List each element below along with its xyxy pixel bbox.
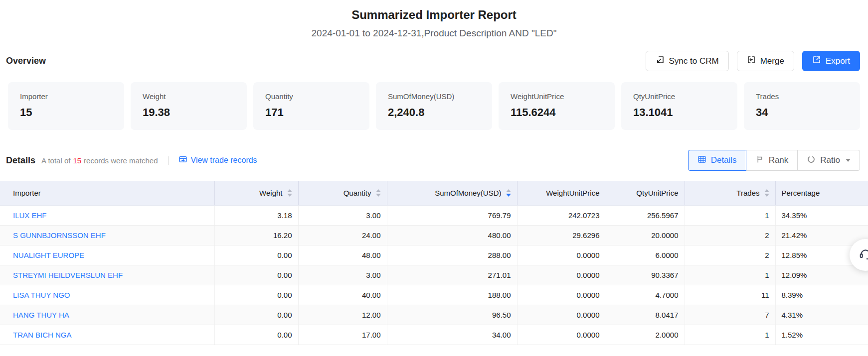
cell-weight: 0.00 (214, 285, 298, 305)
cell-qtyunitprice: 20.0000 (606, 225, 685, 245)
cell-trades: 1 (685, 325, 775, 345)
details-left: Details A total of15records were matched… (6, 155, 257, 166)
merge-icon (747, 55, 756, 67)
table-row: TRAN BICH NGA 0.00 17.00 34.00 0.0000 2.… (0, 325, 868, 345)
stat-value: 19.38 (143, 106, 247, 119)
tab-rank[interactable]: Rank (746, 150, 798, 171)
cell-sumofmoney: 769.79 (387, 205, 517, 225)
column-header-trades[interactable]: Trades (685, 189, 775, 197)
tab-ratio-label: Ratio (820, 155, 840, 165)
tab-rank-label: Rank (769, 155, 789, 165)
stat-card-quantity: Quantity 171 (253, 82, 369, 130)
cell-sumofmoney: 96.50 (387, 305, 517, 325)
details-header-row: Details A total of15records were matched… (0, 150, 868, 171)
page-subtitle: 2024-01-01 to 2024-12-31,Product Descrip… (0, 28, 868, 39)
importer-link[interactable]: HANG THUY HA (13, 311, 69, 319)
stat-value: 115.6244 (511, 106, 615, 119)
stat-card-trades: Trades 34 (744, 82, 860, 130)
sort-carets-icon[interactable] (287, 189, 292, 197)
importer-link[interactable]: TRAN BICH NGA (13, 331, 72, 339)
table-header-row: Importer Weight Quantity SumOfMoney(USD)… (0, 181, 868, 205)
export-button[interactable]: Export (802, 51, 860, 71)
importer-link[interactable]: NUALIGHT EUROPE (13, 251, 84, 259)
cell-trades: 2 (685, 245, 775, 265)
cell-weightunitprice: 0.0000 (517, 325, 606, 345)
sync-to-crm-label: Sync to CRM (669, 56, 719, 66)
sort-carets-icon[interactable] (764, 189, 769, 197)
chevron-down-icon (846, 159, 851, 162)
cell-trades: 2 (685, 225, 775, 245)
cell-trades: 1 (685, 205, 775, 225)
stat-value: 2,240.8 (388, 106, 492, 119)
cell-qtyunitprice: 6.0000 (606, 245, 685, 265)
tab-details[interactable]: Details (688, 150, 746, 171)
tab-details-label: Details (711, 155, 737, 165)
cell-quantity: 3.00 (298, 205, 387, 225)
cell-trades: 11 (685, 285, 775, 305)
cell-qtyunitprice: 4.7000 (606, 285, 685, 305)
view-trade-records-link[interactable]: View trade records (178, 155, 257, 166)
stat-card-qtyunitprice: QtyUnitPrice 13.1041 (621, 82, 737, 130)
column-header-sumofmoney[interactable]: SumOfMoney(USD) (387, 189, 517, 197)
cell-percentage: 1.52% (775, 325, 868, 345)
importer-link[interactable]: LISA THUY NGO (13, 291, 70, 299)
stat-value: 34 (756, 106, 860, 119)
divider (168, 156, 169, 165)
cell-weight: 0.00 (214, 325, 298, 345)
table-row: ILUX EHF 3.18 3.00 769.79 242.0723 256.5… (0, 205, 868, 225)
sort-carets-icon[interactable] (376, 189, 381, 197)
cell-weightunitprice: 242.0723 (517, 205, 606, 225)
cell-qtyunitprice: 90.3367 (606, 265, 685, 285)
overview-buttons: Sync to CRM Merge Export (646, 51, 860, 71)
matched-count: 15 (73, 156, 81, 165)
cell-weight: 0.00 (214, 305, 298, 325)
cell-trades: 1 (685, 265, 775, 285)
table-grid-icon (697, 155, 706, 166)
tab-ratio[interactable]: Ratio (797, 150, 860, 171)
stat-value: 171 (265, 106, 369, 119)
cell-sumofmoney: 271.01 (387, 265, 517, 285)
cell-quantity: 48.00 (298, 245, 387, 265)
cell-weightunitprice: 29.6296 (517, 225, 606, 245)
cell-percentage: 8.39% (775, 285, 868, 305)
cell-quantity: 40.00 (298, 285, 387, 305)
sync-to-crm-button[interactable]: Sync to CRM (646, 51, 729, 71)
rank-flag-icon (755, 155, 764, 166)
sync-to-crm-icon (656, 55, 665, 67)
cell-weightunitprice: 0.0000 (517, 285, 606, 305)
cell-quantity: 17.00 (298, 325, 387, 345)
cell-sumofmoney: 188.00 (387, 285, 517, 305)
stat-card-weight: Weight 19.38 (131, 82, 247, 130)
importer-link[interactable]: STREYMI HEILDVERSLUN EHF (13, 271, 123, 279)
column-header-importer: Importer (13, 189, 41, 197)
importer-link[interactable]: S GUNNBJORNSSON EHF (13, 231, 106, 239)
cell-weight: 0.00 (214, 265, 298, 285)
cell-quantity: 24.00 (298, 225, 387, 245)
export-label: Export (826, 56, 850, 66)
stat-label: Quantity (265, 92, 369, 101)
column-header-qtyunitprice: QtyUnitPrice (636, 189, 678, 197)
cell-qtyunitprice: 8.0417 (606, 305, 685, 325)
cell-percentage: 4.31% (775, 305, 868, 325)
column-header-quantity[interactable]: Quantity (299, 189, 387, 197)
cell-percentage: 34.35% (775, 205, 868, 225)
cell-weightunitprice: 0.0000 (517, 305, 606, 325)
overview-label: Overview (6, 56, 46, 66)
merge-label: Merge (760, 56, 784, 66)
trade-records-icon (178, 155, 187, 166)
headset-support-icon (859, 247, 868, 263)
merge-button[interactable]: Merge (737, 51, 794, 71)
sort-carets-icon[interactable] (506, 189, 511, 197)
cell-percentage: 21.42% (775, 225, 868, 245)
cell-sumofmoney: 288.00 (387, 245, 517, 265)
stat-label: WeightUnitPrice (511, 92, 615, 101)
view-trade-records-label: View trade records (191, 156, 257, 165)
table-row: S GUNNBJORNSSON EHF 16.20 24.00 480.00 2… (0, 225, 868, 245)
cell-qtyunitprice: 256.5967 (606, 205, 685, 225)
stat-card-sumofmoney: SumOfMoney(USD) 2,240.8 (376, 82, 492, 130)
table-row: HANG THUY HA 0.00 12.00 96.50 0.0000 8.0… (0, 305, 868, 325)
column-header-weightunitprice: WeightUnitPrice (546, 189, 599, 197)
cell-weight: 0.00 (214, 245, 298, 265)
column-header-weight[interactable]: Weight (215, 189, 298, 197)
importer-link[interactable]: ILUX EHF (13, 211, 47, 220)
